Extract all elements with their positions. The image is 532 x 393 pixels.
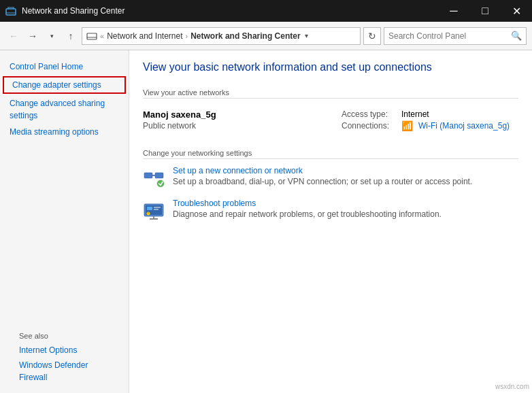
network-type: Public network xyxy=(143,121,216,131)
wifi-icon: 📶 xyxy=(401,120,413,131)
path-separator-1: « xyxy=(100,32,104,40)
troubleshoot-link[interactable]: Troubleshoot problems xyxy=(173,199,442,208)
troubleshoot-desc: Diagnose and repair network problems, or… xyxy=(173,209,442,219)
sidebar-item-windows-defender-firewall[interactable]: Windows Defender Firewall xyxy=(10,358,119,385)
setting-troubleshoot: ! Troubleshoot problems Diagnose and rep… xyxy=(143,199,518,222)
app-icon xyxy=(5,5,16,16)
back-button[interactable]: ← xyxy=(5,28,22,44)
svg-rect-2 xyxy=(87,33,97,39)
connections-label: Connections: xyxy=(342,121,396,131)
svg-rect-16 xyxy=(154,209,159,210)
sidebar-item-media-streaming[interactable]: Media streaming options xyxy=(0,124,129,140)
up-button[interactable]: ↑ xyxy=(63,28,79,44)
content-area: View your basic network information and … xyxy=(129,50,532,393)
access-type-value: Internet xyxy=(401,109,429,119)
setting-new-connection: Set up a new connection or network Set u… xyxy=(143,166,518,189)
see-also-title: See also xyxy=(10,322,119,343)
path-network-icon xyxy=(86,31,97,41)
svg-text:!: ! xyxy=(148,211,148,215)
sidebar-item-change-advanced-sharing[interactable]: Change advanced sharing settings xyxy=(0,95,129,124)
refresh-button[interactable]: ↻ xyxy=(363,27,381,45)
troubleshoot-text: Troubleshoot problems Diagnose and repai… xyxy=(173,199,442,219)
new-connection-link[interactable]: Set up a new connection or network xyxy=(173,166,472,175)
sidebar-item-internet-options[interactable]: Internet Options xyxy=(10,343,119,358)
path-separator-2: › xyxy=(186,32,188,40)
search-box[interactable]: 🔍 xyxy=(384,27,527,45)
window-title: Network and Sharing Center xyxy=(22,6,124,16)
search-input[interactable] xyxy=(388,31,511,41)
recent-pages-button[interactable]: ▾ xyxy=(44,28,60,44)
connections-row: Connections: 📶 Wi-Fi (Manoj saxena_5g) xyxy=(342,120,518,131)
network-info-right: Access type: Internet Connections: 📶 Wi-… xyxy=(342,109,518,131)
sidebar-item-change-adapter-settings[interactable]: Change adapter settings xyxy=(3,76,126,94)
sidebar-item-control-panel-home[interactable]: Control Panel Home xyxy=(0,58,129,75)
search-icon[interactable]: 🔍 xyxy=(511,31,522,41)
new-connection-desc: Set up a broadband, dial-up, or VPN conn… xyxy=(173,177,472,186)
new-connection-icon xyxy=(143,167,165,189)
change-settings-label: Change your networking settings xyxy=(143,149,518,159)
address-path[interactable]: « Network and Internet › Network and Sha… xyxy=(82,27,361,45)
active-networks-section: View your active networks Manoj saxena_5… xyxy=(143,88,518,135)
network-row: Manoj saxena_5g Public network Access ty… xyxy=(143,105,518,135)
path-segment-1[interactable]: Network and Internet xyxy=(107,31,182,41)
svg-rect-5 xyxy=(155,173,163,178)
troubleshoot-icon: ! xyxy=(143,200,165,222)
svg-point-7 xyxy=(157,180,164,187)
close-button[interactable]: ✕ xyxy=(501,0,532,22)
forward-button[interactable]: → xyxy=(24,28,41,44)
sidebar: Control Panel Home Change adapter settin… xyxy=(0,50,129,393)
address-bar: ← → ▾ ↑ « Network and Internet › Network… xyxy=(0,22,532,50)
minimize-button[interactable]: ─ xyxy=(438,0,469,22)
active-networks-label: View your active networks xyxy=(143,88,518,99)
watermark: wsxdn.com xyxy=(495,383,529,390)
svg-rect-0 xyxy=(6,9,16,15)
new-connection-text: Set up a new connection or network Set u… xyxy=(173,166,472,186)
main-layout: Control Panel Home Change adapter settin… xyxy=(0,50,532,393)
network-name: Manoj saxena_5g xyxy=(143,109,216,120)
maximize-button[interactable]: □ xyxy=(469,0,501,22)
networking-settings-section: Change your networking settings Set up a… xyxy=(143,149,518,222)
access-type-row: Access type: Internet xyxy=(342,109,518,119)
title-bar: Network and Sharing Center ─ □ ✕ xyxy=(0,0,532,22)
connections-link[interactable]: Wi-Fi (Manoj saxena_5g) xyxy=(418,121,510,131)
svg-rect-15 xyxy=(154,207,161,208)
path-dropdown-icon[interactable]: ▾ xyxy=(305,32,308,39)
window-controls: ─ □ ✕ xyxy=(438,0,532,22)
network-left: Manoj saxena_5g Public network xyxy=(143,109,216,131)
path-segment-2[interactable]: Network and Sharing Center xyxy=(190,31,300,41)
access-type-label: Access type: xyxy=(342,109,396,119)
svg-rect-4 xyxy=(144,173,152,178)
page-heading: View your basic network information and … xyxy=(143,61,518,78)
svg-rect-14 xyxy=(147,207,152,210)
